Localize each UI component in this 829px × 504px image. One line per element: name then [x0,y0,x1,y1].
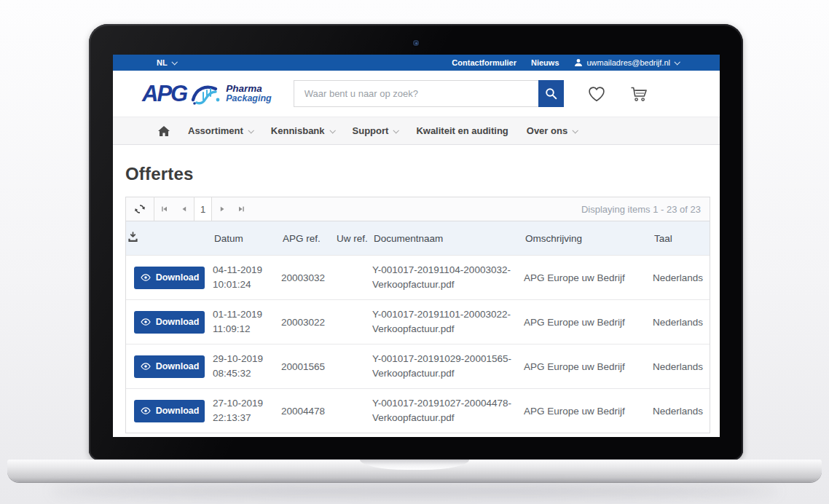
taal-cell: Nederlands [653,317,710,328]
first-page-icon [160,205,168,213]
home-icon [158,126,170,136]
cart-button[interactable] [629,85,649,103]
laptop-screen-bezel: NL Contactformulier Nieuws uwmailadres@b… [89,24,743,460]
site-header: APG Pharma Packaging [113,71,720,117]
top-utility-bar: NL Contactformulier Nieuws uwmailadres@b… [113,55,720,71]
taal-cell: Nederlands [653,361,710,372]
apg-ref-cell: 20004478 [281,406,335,417]
download-cell: Download [126,267,213,289]
main-navigation: Assortiment Kennisbank Support Kwaliteit… [113,117,720,145]
page-content: Offertes [113,145,720,433]
date-value: 29-10-2019 [213,352,281,366]
download-button[interactable]: Download [134,355,205,378]
logo-line-pharma: Pharma [226,84,272,94]
omschrijving-cell: APG Europe uw Bedrijf [524,272,653,283]
column-header-datum[interactable]: Datum [213,233,281,244]
nav-label: Support [353,125,389,136]
download-button-label: Download [156,272,200,283]
dna-helix-icon [191,83,221,106]
documentnaam-cell: Y-001017-20191029-20001565-Verkoopfactuu… [372,352,524,380]
download-column-header [126,232,213,245]
desktop-background: NL Contactformulier Nieuws uwmailadres@b… [0,0,829,504]
current-page[interactable]: 1 [194,197,212,221]
account-email: uwmailadres@bedrijf.nl [587,58,671,67]
table-row: Download 29-10-2019 08:45:32 20001565 Y-… [126,344,710,388]
account-menu[interactable]: uwmailadres@bedrijf.nl [574,58,680,67]
nav-item-over-ons[interactable]: Over ons [527,125,577,136]
taal-cell: Nederlands [653,272,710,283]
column-header-uw-ref[interactable]: Uw ref. [335,233,372,244]
nav-item-kennisbank[interactable]: Kennisbank [271,125,334,136]
last-page-icon [237,205,245,213]
laptop-camera [413,40,419,46]
paging-status: Displaying items 1 - 23 of 23 [581,204,710,215]
eye-icon [140,407,152,414]
search-input[interactable] [294,80,538,107]
column-header-omschrijving[interactable]: Omschrijving [524,233,653,244]
chevron-down-icon [674,59,680,65]
nav-label: Kennisbank [271,125,325,136]
nav-label: Kwaliteit en auditing [416,125,508,136]
chevron-down-icon [171,59,177,65]
download-button[interactable]: Download [134,267,205,289]
previous-page-icon [181,205,188,213]
apg-ref-cell: 20003032 [281,272,335,283]
nav-home[interactable] [158,126,170,136]
date-value: 27-10-2019 [213,396,281,411]
search-bar [294,80,564,107]
logo-wordmark: Pharma Packaging [226,84,272,103]
chevron-down-icon [248,127,254,133]
nav-item-assortiment[interactable]: Assortiment [188,125,253,136]
nav-label: Over ons [527,125,567,136]
logo-line-packaging: Packaging [226,94,272,103]
next-page-icon [219,205,226,213]
time-value: 08:45:32 [213,366,281,381]
apg-ref-cell: 20001565 [281,361,335,372]
omschrijving-cell: APG Europe uw Bedrijf [524,317,653,328]
cart-icon [629,85,649,103]
documentnaam-cell: Y-001017-20191027-20004478-Verkoopfactuu… [372,396,524,425]
omschrijving-cell: APG Europe uw Bedrijf [524,361,653,372]
time-value: 11:09:12 [213,322,281,336]
refresh-button[interactable] [126,197,154,221]
company-logo[interactable]: APG Pharma Packaging [142,82,272,106]
table-row: Download 04-11-2019 10:01:24 20003032 Y-… [126,255,710,299]
last-page-button[interactable] [232,197,251,221]
download-button[interactable]: Download [134,311,205,334]
column-header-taal[interactable]: Taal [653,233,710,244]
nav-item-support[interactable]: Support [353,125,398,136]
datum-cell: 29-10-2019 08:45:32 [213,352,281,380]
topbar-link-contactformulier[interactable]: Contactformulier [452,58,516,67]
nav-item-kwaliteit-en-auditing[interactable]: Kwaliteit en auditing [416,125,508,136]
documentnaam-cell: Y-001017-20191104-20003032-Verkoopfactuu… [372,263,524,291]
user-icon [574,58,583,67]
eye-icon [140,318,152,326]
chevron-down-icon [573,127,578,133]
column-header-apg-ref[interactable]: APG ref. [281,233,335,244]
wishlist-button[interactable] [587,85,606,103]
pager: 1 [154,197,251,221]
first-page-button[interactable] [154,197,174,221]
datum-cell: 04-11-2019 10:01:24 [213,263,281,291]
page-title: Offertes [125,164,710,184]
previous-page-button[interactable] [174,197,194,221]
language-selector[interactable]: NL [157,58,176,67]
grid-toolbar: 1 Display [126,197,710,221]
date-value: 04-11-2019 [213,263,281,277]
taal-cell: Nederlands [653,406,710,417]
download-cell: Download [126,400,213,422]
chevron-down-icon [393,127,399,133]
next-page-button[interactable] [212,197,232,221]
laptop-base-notch [360,460,469,470]
download-button-label: Download [156,317,200,327]
chevron-down-icon [329,127,335,133]
laptop-reflection [50,485,779,497]
omschrijving-cell: APG Europe uw Bedrijf [524,406,653,417]
column-header-documentnaam[interactable]: Documentnaam [372,233,524,244]
download-button[interactable]: Download [134,400,205,422]
search-button[interactable] [538,80,564,107]
topbar-link-nieuws[interactable]: Nieuws [531,58,559,67]
datum-cell: 01-11-2019 11:09:12 [213,307,281,336]
table-header-row: Datum APG ref. Uw ref. Documentnaam Omsc… [126,221,710,255]
refresh-icon [134,203,146,215]
